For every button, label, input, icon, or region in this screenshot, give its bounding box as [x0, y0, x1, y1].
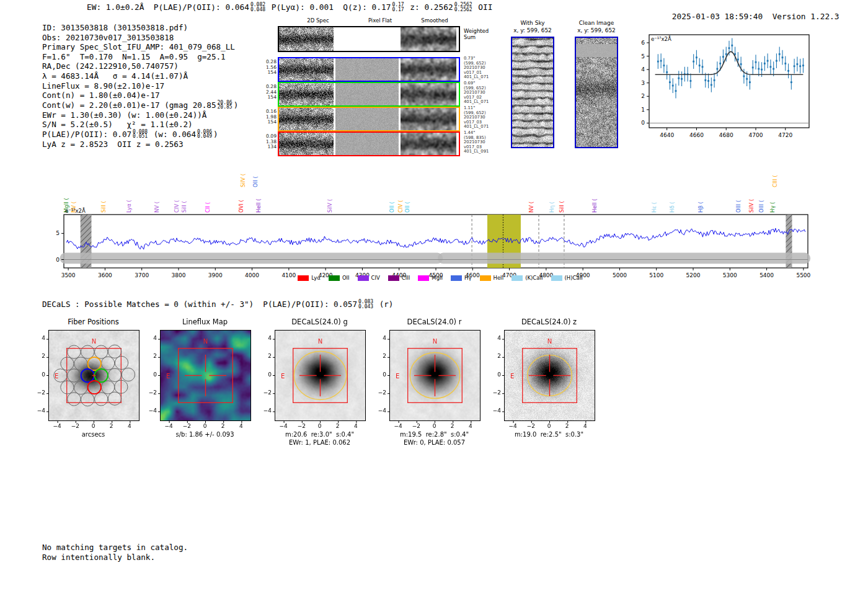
zoom-data-point [802, 64, 804, 66]
fiber-weight-value: 134 [264, 144, 277, 150]
info-line: F=1.6" T=0.170 N=1.15 A=0.95 g=25.1 [42, 52, 238, 62]
emission-line-label: NV ( [528, 202, 534, 213]
header-text: OII [474, 2, 493, 12]
spectrum-x-tick-label: 3900 [208, 272, 223, 278]
zoom-data-point [669, 81, 671, 83]
spectrum-y-tick-label: 5 [56, 230, 60, 236]
spec2d-smoothed-image [401, 83, 456, 105]
zoom-data-point [790, 81, 792, 83]
fiber-circle [81, 393, 94, 406]
cutout-xlabel: arcsecs [48, 431, 138, 438]
compass-north-label: N [547, 338, 552, 345]
zoom-y-tick-label: 2 [641, 93, 645, 99]
zoom-data-point [725, 53, 727, 55]
emission-line-label: Hγ ( [769, 202, 776, 213]
cutout-x-tick-label: −4 [49, 423, 65, 429]
fiber-circle [115, 356, 128, 369]
detection-info-block: ID: 3013503818 (3013503818.pdf)Obs: 2021… [42, 23, 238, 149]
legend-label: HeII [494, 275, 504, 281]
spec2d-cell-flat [335, 133, 399, 155]
sub-value: 0.17 [392, 7, 404, 12]
cutout-y-tick-label: 0 [258, 371, 272, 378]
info-text: (w: 0.064 [149, 130, 196, 139]
clean-image [576, 38, 617, 147]
zoom-spectrum-chart: 464046604680470047200123456e⁻¹⁷x2Å [622, 25, 839, 143]
fiber-circle-orange [88, 357, 101, 370]
sub-value: 20.85 [218, 105, 232, 110]
info-line: LyA z = 2.8523 OII z = 0.2563 [42, 140, 238, 149]
spectrum-x-tick-label: 5100 [649, 272, 663, 278]
decals-text: (r) [374, 300, 393, 309]
fiber-circle [61, 357, 74, 370]
emission-line-label: CIV ( [397, 200, 404, 213]
sky-panel-title: With Sky [497, 20, 568, 26]
spec2d-cell-smooth [401, 108, 456, 130]
spec2d-cell-smooth [401, 133, 456, 155]
spec2d-raw-image [279, 108, 334, 130]
emission-line-label: OIII ( [758, 200, 764, 213]
spec2d-image-row [278, 26, 460, 52]
spec2d-cell-smooth [401, 83, 456, 105]
spec2d-column-title: Smoothed [407, 17, 463, 24]
spectrum-y-tick-label: 0 [56, 257, 60, 263]
info-line: RA,Dec (242.122910,50.740757) [42, 61, 238, 71]
cutout-plot: NE [389, 330, 480, 421]
cutout-caption: EWr: 1, PLAE: 0.062 [256, 439, 383, 446]
spec2d-flat-image [335, 83, 399, 105]
fiber-circle [101, 381, 114, 394]
legend-item: Hγ [451, 275, 471, 281]
header-supsub: 0.25620.2562 [454, 2, 472, 12]
spec2d-cell-raw [279, 108, 334, 130]
legend-label: OII [342, 275, 350, 281]
cutout-y-tick-label: −2 [487, 389, 501, 396]
spec2d-row-right-labels: 0.69"(599, 652)20210730v017_02401_LL_071 [464, 81, 501, 105]
sky-panels-block: With Skyx, y: 599, 652Clean Imagex, y: 5… [502, 20, 626, 153]
info-text: ) [213, 130, 218, 139]
cutout-x-tick-label: −4 [161, 423, 177, 429]
spectrum-legend: LyαOIICIVCIIIMgIIHγHeII(K)CaII(H)CaII [273, 275, 608, 281]
sub-value: 0.2562 [454, 7, 472, 12]
zoom-data-point [699, 64, 701, 66]
zoom-data-point [704, 79, 706, 81]
zoom-data-point [672, 85, 674, 87]
info-line: Cont(n) = 1.80(±0.04)e-17 [42, 91, 238, 100]
cutout-y-tick-label: −2 [32, 389, 45, 396]
cutout-y-tick-label: 4 [373, 335, 386, 341]
spec2d-smoothed-image [401, 27, 456, 51]
spec2d-cell-smooth [401, 27, 456, 51]
cutout-x-tick-label: 0 [427, 423, 443, 429]
info-line: Obs: 20210730v017_3013503818 [42, 33, 238, 43]
cutout-panel-decals: DECaLS(24.0) gNE−4−4−2−2002244m:20.6 re:… [253, 318, 386, 454]
cutout-y-tick-label: 0 [373, 371, 386, 378]
zoom-unit-label: e⁻¹⁷x2Å [651, 35, 671, 42]
legend-item: (H)CaII [551, 275, 583, 281]
spec2d-row-left-labels: 0.281.56154 [264, 60, 277, 76]
cutout-overlay: NE [45, 326, 143, 425]
weighted-sum-label-line: Sum [464, 35, 489, 41]
fiber-circle [74, 357, 87, 370]
cutout-y-tick-label: 0 [143, 371, 157, 378]
zoom-data-point [707, 80, 709, 82]
info-text: S/N = 5.2(±0.5) χ² = 1.1(±0.2) [42, 120, 193, 129]
cutout-title: DECaLS(24.0) z [504, 318, 594, 326]
cutout-plot: NE [160, 330, 251, 421]
spec2d-cell-white [335, 27, 399, 51]
spec2d-image-row [278, 82, 460, 107]
zoom-data-point [779, 53, 781, 55]
zoom-data-point [728, 47, 730, 49]
info-text: ) [234, 100, 239, 110]
fiber-circle [81, 345, 94, 358]
cutout-x-tick-label: −2 [67, 423, 83, 429]
cutout-x-tick-label: 4 [122, 423, 138, 429]
legend-item: (K)CaII [512, 275, 542, 281]
header-supsub: 0.0820.048 [250, 2, 265, 12]
spec2d-flat-image [335, 108, 399, 130]
fiber-circle [68, 369, 81, 382]
legend-item: MgII [418, 275, 443, 281]
emission-line-label: NV ( [154, 202, 160, 213]
emission-line-label: SiII ( [100, 201, 107, 213]
spec2d-raw-image [279, 58, 334, 81]
spec2d-raw-image [279, 27, 334, 51]
emission-line-label: OIII ( [735, 200, 742, 213]
emission-line-label: Lyα ( [126, 200, 132, 213]
